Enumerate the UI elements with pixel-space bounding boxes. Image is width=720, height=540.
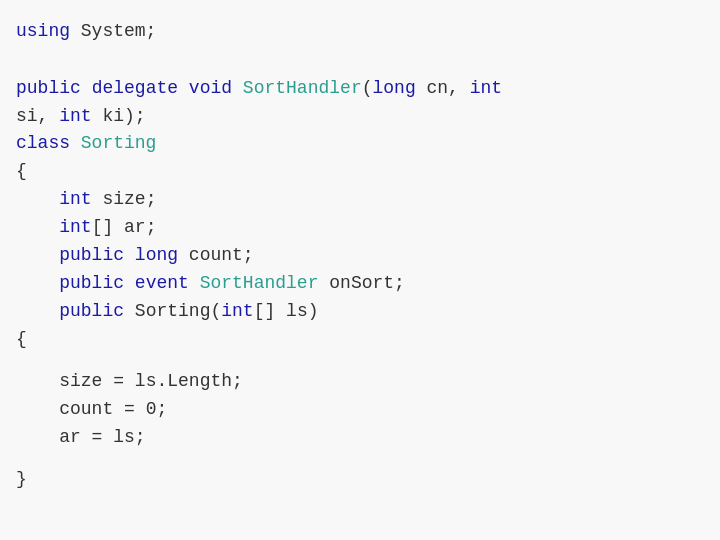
code-editor: using System; public delegate void SortH… <box>0 0 720 540</box>
code-content: using System; public delegate void SortH… <box>16 18 704 494</box>
code-line: { <box>16 158 704 186</box>
code-line: ar = ls; <box>16 424 704 452</box>
code-line: public event SortHandler onSort; <box>16 270 704 298</box>
code-line: using System; <box>16 18 704 46</box>
code-line: count = 0; <box>16 396 704 424</box>
code-line: int[] ar; <box>16 214 704 242</box>
code-line: public Sorting(int[] ls) <box>16 298 704 326</box>
code-line: } <box>16 466 704 494</box>
code-line <box>16 354 704 368</box>
code-line: size = ls.Length; <box>16 368 704 396</box>
code-line: int size; <box>16 186 704 214</box>
code-line: class Sorting <box>16 130 704 158</box>
code-line <box>16 452 704 466</box>
code-line: { <box>16 326 704 354</box>
code-line <box>16 46 704 60</box>
code-line: si, int ki); <box>16 103 704 131</box>
code-line: public delegate void SortHandler(long cn… <box>16 75 704 103</box>
code-line: public long count; <box>16 242 704 270</box>
code-line <box>16 60 704 74</box>
